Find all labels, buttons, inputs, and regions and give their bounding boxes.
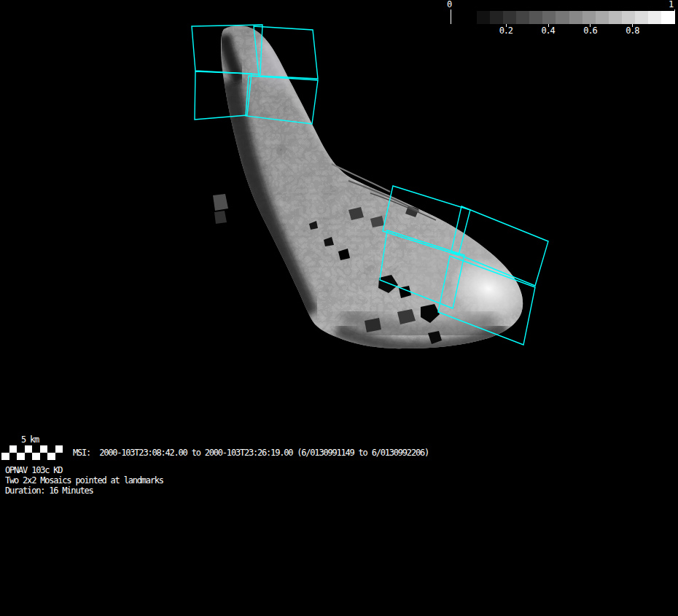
colorbar-step (529, 11, 542, 24)
scalebar-cell (47, 445, 55, 453)
colorbar-tick-label: 0.2 (499, 26, 513, 36)
colorbar-max-tick (674, 9, 675, 24)
colorbar-step (490, 11, 503, 24)
colorbar-step (582, 11, 596, 24)
info-duration: Duration: 16 Minutes (5, 486, 163, 496)
scalebar-cell (40, 445, 48, 453)
colorbar-step (622, 11, 635, 24)
colorbar-step (477, 11, 490, 24)
asteroid-body (204, 15, 539, 364)
info-opnav-id: OPNAV 103c KD (5, 465, 163, 475)
asteroid-render (0, 0, 678, 616)
scalebar-cell (1, 453, 9, 460)
scalebar-cell (17, 445, 25, 453)
scalebar-cell (1, 445, 9, 453)
scalebar-label: 5 km (21, 435, 39, 445)
colorbar-step (464, 11, 477, 24)
colorbar-step (661, 11, 674, 24)
scalebar-checker (1, 445, 63, 460)
colorbar-min-label: 0 (447, 0, 451, 9)
scalebar-cell (9, 445, 17, 453)
colorbar-step (569, 11, 582, 24)
colorbar-step (648, 11, 661, 24)
colorbar-step (635, 11, 648, 24)
colorbar-tick-label: 0.4 (542, 26, 555, 36)
scalebar-cell (25, 453, 33, 460)
scalebar-cell (40, 453, 48, 460)
colorbar-step (596, 11, 609, 24)
colorbar-max-label: 1 (669, 0, 673, 9)
scalebar-cell (32, 445, 40, 453)
msi-status-line: MSI: 2000-103T23:08:42.00 to 2000-103T23… (73, 448, 429, 458)
scalebar-cell (55, 453, 63, 460)
colorbar-step (556, 11, 569, 24)
opnav-display: { "colorbar": { "min_label": "0", "max_l… (0, 0, 678, 616)
scalebar-cell (32, 453, 40, 460)
info-mosaic-description: Two 2x2 Mosaics pointed at landmarks (5, 475, 163, 486)
colorbar-step (542, 11, 556, 24)
scalebar-cell (9, 453, 17, 460)
scalebar-cell (55, 445, 63, 453)
scalebar-cell (25, 445, 33, 453)
colorbar-step (609, 11, 622, 24)
colorbar-step (516, 11, 529, 24)
info-block: OPNAV 103c KD Two 2x2 Mosaics pointed at… (5, 465, 163, 496)
colorbar-tick-label: 0.8 (626, 26, 639, 36)
scalebar-cell (17, 453, 25, 460)
limb-protrusion-facets (213, 194, 228, 224)
colorbar-step (503, 11, 516, 24)
scalebar-cell (47, 453, 55, 460)
colorbar-min-tick (451, 9, 451, 24)
colorbar-tick-label: 0.6 (583, 26, 596, 36)
colorbar-gradient (464, 11, 674, 24)
